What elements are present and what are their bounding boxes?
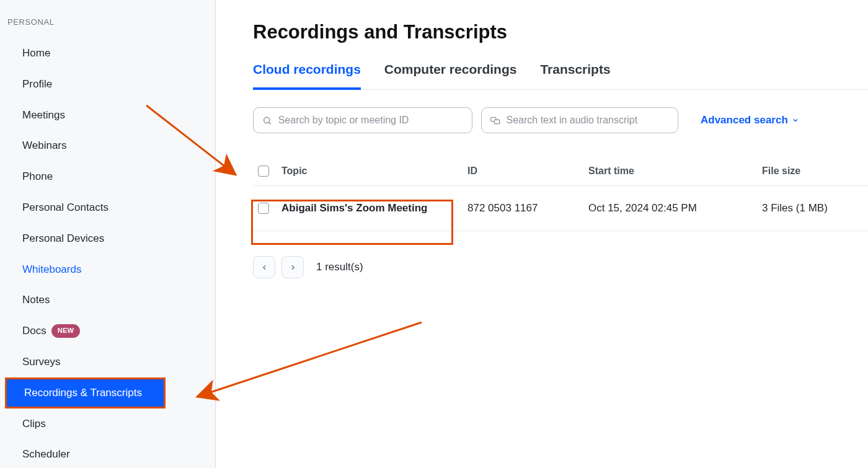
sidebar-item-notes[interactable]: Notes [0, 285, 215, 316]
sidebar-item-surveys[interactable]: Surveys [0, 347, 215, 377]
prev-page-button[interactable] [253, 256, 275, 278]
sidebar-item-personal-devices[interactable]: Personal Devices [0, 223, 215, 254]
cell-topic: Abigail Sims's Zoom Meeting [281, 202, 467, 214]
search-row: Advanced search [253, 107, 868, 133]
svg-rect-3 [494, 120, 499, 123]
sidebar-item-meetings[interactable]: Meetings [0, 100, 215, 131]
cell-id: 872 0503 1167 [467, 202, 588, 214]
col-start-time: Start time [588, 166, 762, 177]
page-title: Recordings and Transcripts [253, 21, 868, 43]
sidebar-item-webinars[interactable]: Webinars [0, 130, 215, 161]
tab-label: Computer recordings [384, 62, 517, 76]
svg-line-1 [268, 122, 270, 124]
col-id: ID [467, 166, 588, 177]
col-file-size: File size [762, 166, 868, 177]
advanced-search-label: Advanced search [701, 114, 788, 126]
search-topic-box[interactable] [253, 107, 472, 133]
sidebar-item-personal-contacts[interactable]: Personal Contacts [0, 192, 215, 223]
recordings-table: Topic ID Start time File size Abigail Si… [253, 157, 868, 231]
sidebar-item-label: Webinars [22, 138, 67, 153]
chevron-down-icon [792, 117, 799, 124]
sidebar-item-label: Docs [22, 324, 46, 338]
advanced-search-link[interactable]: Advanced search [701, 114, 799, 126]
sidebar-item-label: Recordings & Transcripts [24, 386, 142, 400]
sidebar-item-label: Profile [22, 77, 52, 92]
sidebar-item-docs[interactable]: Docs NEW [0, 316, 215, 347]
search-topic-input[interactable] [278, 115, 463, 126]
sidebar-item-phone[interactable]: Phone [0, 161, 215, 192]
tab-cloud-recordings[interactable]: Cloud recordings [253, 62, 361, 90]
col-topic: Topic [281, 166, 467, 177]
cell-start-time: Oct 15, 2024 02:45 PM [588, 202, 762, 214]
sidebar-item-label: Personal Contacts [22, 200, 108, 215]
chevron-right-icon [289, 263, 297, 272]
search-transcript-input[interactable] [507, 115, 670, 126]
sidebar-item-label: Surveys [22, 355, 60, 369]
search-transcript-box[interactable] [481, 107, 678, 133]
sidebar-item-label: Notes [22, 293, 50, 307]
next-page-button[interactable] [281, 256, 304, 278]
tabs: Cloud recordings Computer recordings Tra… [253, 62, 868, 90]
cell-file-size: 3 Files (1 MB) [762, 202, 868, 214]
search-icon [262, 115, 272, 126]
transcript-search-icon [490, 116, 500, 125]
sidebar-item-home[interactable]: Home [0, 38, 215, 69]
new-badge: NEW [51, 324, 81, 337]
sidebar-item-label: Meetings [22, 108, 65, 123]
tab-label: Transcripts [540, 62, 610, 76]
sidebar-item-scheduler[interactable]: Scheduler [0, 439, 215, 468]
tab-label: Cloud recordings [253, 62, 361, 76]
table-header-row: Topic ID Start time File size [253, 157, 868, 186]
svg-point-0 [264, 117, 270, 123]
select-all-checkbox[interactable] [258, 166, 269, 177]
sidebar-item-label: Whiteboards [22, 262, 81, 277]
pager: 1 result(s) [253, 256, 868, 278]
sidebar: PERSONAL Home Profile Meetings Webinars … [0, 0, 216, 468]
row-checkbox[interactable] [258, 203, 269, 214]
tab-transcripts[interactable]: Transcripts [540, 62, 610, 90]
sidebar-item-label: Scheduler [22, 447, 70, 462]
sidebar-item-label: Personal Devices [22, 231, 104, 246]
sidebar-item-recordings-transcripts[interactable]: Recordings & Transcripts [5, 377, 166, 408]
tab-computer-recordings[interactable]: Computer recordings [384, 62, 517, 90]
table-row[interactable]: Abigail Sims's Zoom Meeting 872 0503 116… [253, 186, 868, 231]
sidebar-item-label: Home [22, 46, 50, 61]
sidebar-item-profile[interactable]: Profile [0, 69, 215, 100]
sidebar-item-label: Clips [22, 417, 46, 431]
sidebar-item-whiteboards[interactable]: Whiteboards [0, 254, 215, 285]
results-count: 1 result(s) [316, 261, 363, 273]
sidebar-item-label: Phone [22, 169, 53, 184]
chevron-left-icon [260, 263, 268, 272]
sidebar-section-label: PERSONAL [0, 17, 215, 38]
sidebar-item-clips[interactable]: Clips [0, 408, 215, 439]
main-content: Recordings and Transcripts Cloud recordi… [216, 0, 868, 468]
